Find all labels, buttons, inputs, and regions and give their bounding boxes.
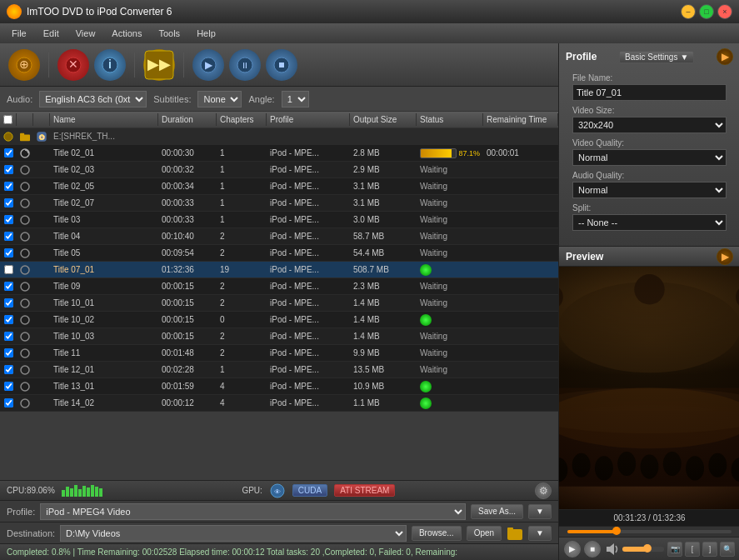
settings-button[interactable]: ⚙ (535, 482, 552, 499)
menu-help[interactable]: Help (188, 27, 224, 40)
menu-view[interactable]: View (67, 27, 104, 40)
svg-text:✕: ✕ (68, 58, 78, 71)
col-chapters[interactable]: Chapters (217, 113, 267, 126)
destination-dropdown-button[interactable]: ▼ (528, 526, 552, 541)
save-as-button[interactable]: Save As... (471, 504, 523, 519)
basic-settings-button[interactable]: Basic Settings ▼ (619, 51, 694, 63)
add-button[interactable]: ⊕ (8, 49, 40, 81)
play-ctrl-button[interactable]: ▶ (564, 541, 581, 558)
audio-select[interactable]: English AC3 6ch (0xt (39, 91, 147, 108)
angle-select[interactable]: 1 (282, 91, 309, 108)
list-item[interactable]: Title 02_03 00:00:32 1 iPod - MPE... 2.9… (0, 162, 558, 178)
row-status: Waiting (417, 328, 483, 344)
minimize-button[interactable]: – (681, 4, 696, 19)
list-item[interactable]: Title 04 00:10:40 2 iPod - MPE... 58.7 M… (0, 228, 558, 245)
clip-start-button[interactable]: [ (685, 542, 700, 557)
subtitles-select[interactable]: None (197, 91, 242, 108)
profile-select[interactable]: iPod - MPEG4 Video (40, 503, 466, 520)
browse-button[interactable]: Browse... (412, 526, 462, 541)
stop-button[interactable] (266, 49, 297, 81)
open-button[interactable]: Open (467, 526, 502, 541)
remove-button[interactable]: ✕ (57, 49, 89, 81)
list-item[interactable]: Title 14_02 00:00:12 4 iPod - MPE... 1.1… (0, 395, 558, 412)
destination-label: Destination: (7, 528, 55, 538)
folder-size (350, 128, 417, 144)
list-item[interactable]: Title 03 00:00:33 1 iPod - MPE... 3.0 MB… (0, 212, 558, 228)
row-check[interactable] (0, 228, 17, 244)
col-remaining[interactable]: Remaining Time (483, 113, 558, 126)
cuda-button[interactable]: CUDA (292, 484, 327, 497)
ati-stream-button[interactable]: ATI STREAM (334, 484, 395, 497)
pause-button[interactable]: ⏸ (229, 49, 261, 81)
list-item[interactable]: 📀 E:[SHREK_TH... (0, 128, 558, 145)
time-thumb[interactable] (612, 527, 621, 535)
row-check[interactable] (0, 395, 17, 411)
row-check[interactable] (0, 295, 17, 311)
row-check[interactable] (0, 195, 17, 211)
gpu-label: GPU: (242, 486, 262, 495)
col-profile[interactable]: Profile (267, 113, 350, 126)
volume-thumb[interactable] (643, 544, 652, 552)
profile-dropdown-button[interactable]: ▼ (528, 504, 552, 519)
menu-actions[interactable]: Actions (103, 27, 150, 40)
play-button[interactable]: ▶ (192, 49, 224, 81)
video-quality-select[interactable]: Normal (572, 149, 727, 166)
row-status: Waiting (417, 212, 483, 228)
row-check[interactable] (0, 328, 17, 344)
menu-file[interactable]: File (3, 27, 35, 40)
list-item[interactable]: Title 13_01 00:01:59 4 iPod - MPE... 10.… (0, 378, 558, 395)
list-item[interactable]: Title 02_01 00:00:30 1 iPod - MPE... 2.8… (0, 145, 558, 162)
list-item[interactable]: Title 05 00:09:54 2 iPod - MPE... 54.4 M… (0, 245, 558, 262)
row-type (33, 162, 50, 178)
list-item[interactable]: Title 10_02 00:00:15 0 iPod - MPE... 1.4… (0, 312, 558, 328)
row-check[interactable] (0, 262, 17, 278)
video-size-select[interactable]: 320x240 (572, 117, 727, 133)
destination-select[interactable]: D:\My Videos (60, 525, 407, 542)
row-check[interactable] (0, 345, 17, 361)
row-check[interactable] (0, 312, 17, 328)
row-check[interactable] (0, 278, 17, 294)
list-item[interactable]: Title 07_01 01:32:36 19 iPod - MPE... 50… (0, 262, 558, 278)
row-check[interactable] (0, 378, 17, 394)
clip-end-button[interactable]: ] (702, 542, 717, 557)
menu-tools[interactable]: Tools (150, 27, 188, 40)
row-check[interactable] (0, 212, 17, 228)
volume-slider[interactable] (622, 547, 664, 552)
split-select[interactable]: -- None -- (572, 214, 727, 231)
menu-edit[interactable]: Edit (35, 27, 67, 40)
row-check[interactable] (0, 245, 17, 261)
convert-button[interactable]: ▶▶ (143, 49, 175, 81)
maximize-button[interactable]: □ (699, 4, 714, 19)
row-check[interactable] (0, 178, 17, 194)
info-button[interactable]: i (94, 49, 126, 81)
audio-quality-select[interactable]: Normal (572, 182, 727, 198)
screenshot-button[interactable]: 📷 (667, 542, 682, 557)
col-name[interactable]: Name (50, 113, 158, 126)
list-item[interactable]: Title 11 00:01:48 2 iPod - MPE... 9.9 MB… (0, 345, 558, 362)
list-item[interactable]: Title 02_07 00:00:33 1 iPod - MPE... 3.1… (0, 195, 558, 212)
row-check[interactable] (0, 162, 17, 178)
list-item[interactable]: Title 09 00:00:15 2 iPod - MPE... 2.3 MB… (0, 278, 558, 295)
col-status[interactable]: Status (417, 113, 483, 126)
arrow-right-button[interactable]: ▶ (717, 48, 733, 65)
list-item[interactable]: Title 12_01 00:02:28 1 iPod - MPE... 13.… (0, 362, 558, 378)
list-item[interactable]: Title 02_05 00:00:34 1 iPod - MPE... 3.1… (0, 178, 558, 195)
file-list[interactable]: Name Duration Chapters Profile Output Si… (0, 112, 558, 412)
preview-expand-button[interactable]: ▶ (717, 248, 733, 265)
select-all-checkbox[interactable] (3, 115, 12, 124)
col-size[interactable]: Output Size (350, 113, 417, 126)
list-item[interactable]: Title 10_03 00:00:15 2 iPod - MPE... 1.4… (0, 328, 558, 345)
row-name: Title 02_03 (50, 162, 158, 178)
row-check[interactable] (0, 145, 17, 161)
row-check[interactable] (0, 362, 17, 378)
time-slider[interactable] (567, 530, 732, 533)
col-duration[interactable]: Duration (158, 113, 217, 126)
list-item[interactable]: Title 10_01 00:00:15 2 iPod - MPE... 1.4… (0, 295, 558, 312)
file-name-input[interactable] (572, 84, 727, 101)
toolbar-separator-2 (134, 52, 135, 78)
current-time: 00:31:23 (613, 513, 646, 522)
close-button[interactable]: × (717, 4, 732, 19)
svg-text:👁: 👁 (274, 488, 281, 496)
zoom-button[interactable]: 🔍 (720, 542, 735, 557)
stop-ctrl-button[interactable]: ■ (584, 541, 601, 558)
